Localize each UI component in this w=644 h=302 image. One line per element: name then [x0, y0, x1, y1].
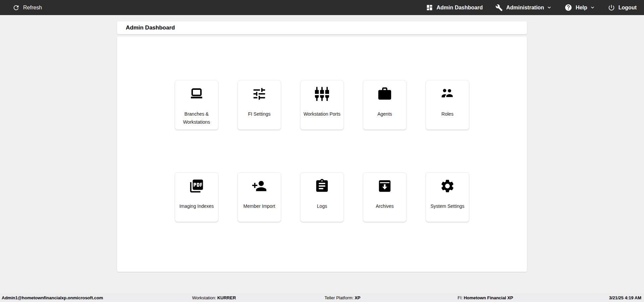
- tile-agents[interactable]: Agents: [363, 80, 407, 130]
- nav-administration[interactable]: Administration: [495, 4, 552, 11]
- gear-icon: [440, 178, 455, 194]
- wrench-icon: [495, 4, 503, 11]
- page-title: Admin Dashboard: [126, 24, 175, 31]
- tile-workstation-ports[interactable]: Workstation Ports: [300, 80, 344, 130]
- input-component-icon: [314, 86, 330, 102]
- tile-member-import[interactable]: Member Import: [237, 172, 281, 222]
- people-icon: [440, 86, 455, 102]
- teller-platform-value: XP: [355, 295, 360, 300]
- refresh-button[interactable]: Refresh: [12, 4, 42, 11]
- fi-value: Hometown Financial XP: [464, 295, 513, 300]
- workstation-label: Workstation:: [192, 295, 216, 300]
- nav-logout[interactable]: Logout: [608, 4, 637, 11]
- person-add-icon: [252, 178, 267, 194]
- tile-label: Agents: [377, 110, 393, 118]
- page-title-card: Admin Dashboard: [117, 21, 527, 34]
- tile-label: Logs: [316, 202, 328, 210]
- refresh-label: Refresh: [23, 5, 42, 11]
- logged-in-user: Admin1@hometownfinancialxp.onmicrosoft.c…: [2, 295, 103, 300]
- tile-row-2: Imaging Indexes Member Import Logs Archi…: [117, 172, 527, 222]
- tile-label: Archives: [375, 202, 394, 210]
- status-datetime: 3/21/25 4:19 AM: [609, 295, 641, 300]
- tile-label: Workstation Ports: [303, 110, 341, 118]
- dashboard-content-card: Branches & Workstations FI Settings Work…: [117, 37, 527, 272]
- tile-fi-settings[interactable]: FI Settings: [237, 80, 281, 130]
- teller-platform-status: Teller Platform:XP: [324, 295, 360, 300]
- tile-label: Roles: [441, 110, 454, 118]
- nav-logout-label: Logout: [619, 5, 637, 11]
- briefcase-icon: [377, 86, 392, 102]
- nav-administration-label: Administration: [506, 5, 544, 11]
- fi-label: FI:: [458, 295, 463, 300]
- nav-help[interactable]: Help: [565, 4, 595, 11]
- nav-admin-dashboard[interactable]: Admin Dashboard: [426, 4, 483, 11]
- refresh-icon: [12, 4, 20, 11]
- tile-system-settings[interactable]: System Settings: [426, 172, 469, 222]
- teller-platform-label: Teller Platform:: [324, 295, 354, 300]
- tile-archives[interactable]: Archives: [363, 172, 407, 222]
- tile-label: System Settings: [430, 202, 465, 210]
- clipboard-icon: [314, 178, 330, 194]
- tile-label: Branches & Workstations: [175, 110, 218, 126]
- workstation-value: KURRER: [217, 295, 236, 300]
- tile-branches-workstations[interactable]: Branches & Workstations: [175, 80, 218, 130]
- tile-logs[interactable]: Logs: [300, 172, 344, 222]
- nav-admin-dashboard-label: Admin Dashboard: [436, 5, 483, 11]
- fi-status: FI:Hometown Financial XP: [458, 295, 513, 300]
- archive-icon: [377, 178, 392, 194]
- laptop-icon: [189, 86, 204, 102]
- pdf-icon: [189, 178, 204, 194]
- sliders-icon: [252, 86, 267, 102]
- top-navigation-bar: Refresh Admin Dashboard Administration: [0, 0, 644, 15]
- tile-label: FI Settings: [248, 110, 271, 118]
- tile-label: Imaging Indexes: [179, 202, 215, 210]
- nav-help-label: Help: [576, 5, 587, 11]
- chevron-down-icon: [547, 5, 552, 10]
- workstation-status: Workstation:KURRER: [192, 295, 236, 300]
- page-body: Admin Dashboard Branches & Workstations …: [0, 15, 644, 293]
- tile-imaging-indexes[interactable]: Imaging Indexes: [175, 172, 218, 222]
- status-bar: Admin1@hometownfinancialxp.onmicrosoft.c…: [0, 293, 644, 302]
- topbar-right-nav: Admin Dashboard Administration Help: [426, 4, 637, 11]
- dashboard-icon: [426, 4, 433, 11]
- power-icon: [608, 4, 615, 11]
- tile-row-1: Branches & Workstations FI Settings Work…: [117, 80, 527, 130]
- chevron-down-icon: [590, 5, 595, 10]
- help-icon: [565, 4, 572, 11]
- app-root: Refresh Admin Dashboard Administration: [0, 0, 644, 302]
- tile-roles[interactable]: Roles: [426, 80, 469, 130]
- tile-label: Member Import: [243, 202, 276, 210]
